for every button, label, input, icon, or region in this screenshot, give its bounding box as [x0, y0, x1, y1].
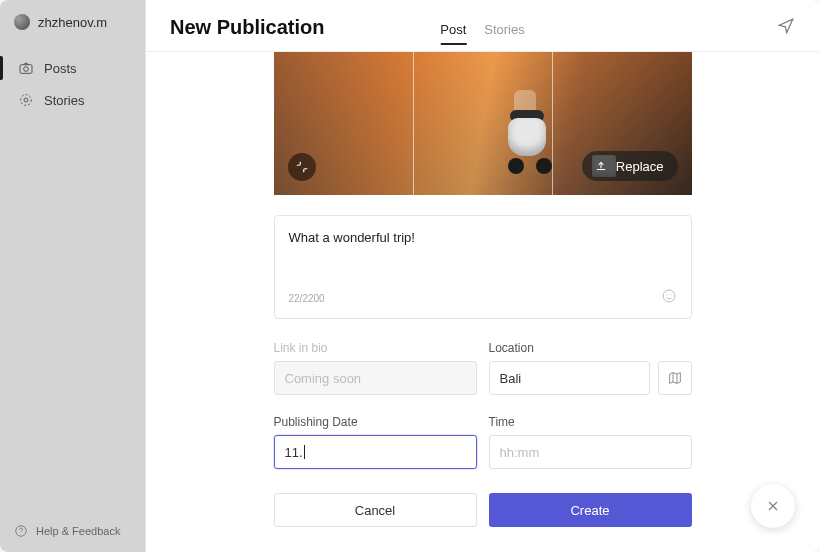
caption-counter: 22/2200: [289, 293, 325, 304]
page-title: New Publication: [170, 16, 324, 39]
sidebar-item-label: Stories: [44, 93, 84, 108]
header: New Publication Post Stories: [146, 0, 819, 52]
share-icon[interactable]: [777, 17, 795, 39]
user-row[interactable]: zhzhenov.m: [0, 0, 145, 48]
help-label: Help & Feedback: [36, 525, 120, 537]
svg-point-7: [666, 294, 667, 295]
date-value: 11.: [285, 445, 303, 460]
location-field: Location: [489, 341, 692, 395]
svg-point-3: [24, 98, 28, 102]
link-label: Link in bio: [274, 341, 477, 355]
close-button[interactable]: [751, 484, 795, 528]
replace-label: Replace: [616, 159, 664, 174]
image-subject-scooter: [496, 88, 566, 178]
avatar: [14, 14, 30, 30]
tab-post[interactable]: Post: [440, 22, 466, 45]
text-caret: [304, 445, 305, 459]
sidebar-item-posts[interactable]: Posts: [0, 52, 145, 84]
time-field: Time: [489, 415, 692, 469]
map-icon: [667, 370, 683, 386]
location-label: Location: [489, 341, 692, 355]
create-button[interactable]: Create: [489, 493, 692, 527]
stories-icon: [18, 92, 34, 108]
help-icon: [14, 524, 28, 538]
svg-point-1: [24, 67, 29, 72]
date-input[interactable]: 11.: [274, 435, 477, 469]
caption-text[interactable]: What a wonderful trip!: [289, 230, 677, 272]
emoji-icon[interactable]: [661, 288, 677, 308]
content: Replace What a wonderful trip! 22/2200: [146, 52, 819, 552]
main-panel: New Publication Post Stories: [146, 0, 819, 552]
link-input: [274, 361, 477, 395]
svg-point-2: [21, 95, 32, 106]
close-icon: [765, 498, 781, 514]
svg-point-5: [21, 534, 22, 535]
collapse-crop-button[interactable]: [288, 153, 316, 181]
replace-button[interactable]: Replace: [582, 151, 678, 181]
time-label: Time: [489, 415, 692, 429]
sidebar-item-stories[interactable]: Stories: [0, 84, 145, 116]
help-feedback[interactable]: Help & Feedback: [0, 510, 145, 552]
map-button[interactable]: [658, 361, 692, 395]
time-input[interactable]: [489, 435, 692, 469]
location-input[interactable]: [489, 361, 650, 395]
sidebar-item-label: Posts: [44, 61, 77, 76]
cancel-button[interactable]: Cancel: [274, 493, 477, 527]
date-label: Publishing Date: [274, 415, 477, 429]
tabs: Post Stories: [440, 22, 524, 45]
svg-point-8: [670, 294, 671, 295]
tab-stories[interactable]: Stories: [484, 22, 524, 45]
link-field: Link in bio: [274, 341, 477, 395]
caption-box[interactable]: What a wonderful trip! 22/2200: [274, 215, 692, 319]
camera-icon: [18, 60, 34, 76]
username: zhzhenov.m: [38, 15, 107, 30]
sidebar: zhzhenov.m Posts Stories Help & Feedback: [0, 0, 146, 552]
upload-icon: [594, 159, 608, 173]
image-preview: Replace: [274, 52, 692, 195]
date-field: Publishing Date 11.: [274, 415, 477, 469]
svg-rect-0: [20, 65, 32, 74]
nav: Posts Stories: [0, 52, 145, 116]
svg-point-6: [663, 290, 675, 302]
crop-grid-line: [413, 52, 414, 195]
